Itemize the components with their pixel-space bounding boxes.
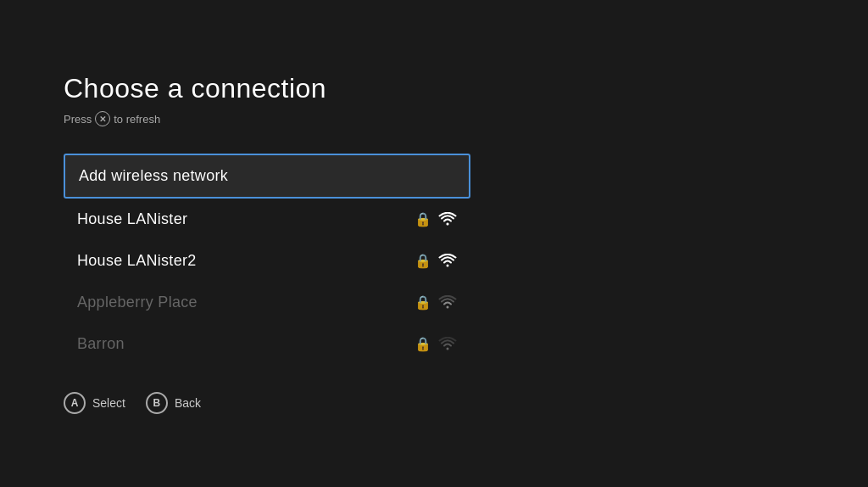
lock-icon-0: 🔒 [415, 211, 431, 227]
svg-point-0 [447, 222, 449, 225]
wifi-icon-0 [438, 212, 457, 227]
back-label: Back [175, 396, 201, 410]
network-name-0: House LANister [77, 210, 187, 228]
wifi-icon-2 [438, 295, 457, 311]
network-item-2[interactable]: Appleberry Place 🔒 [64, 282, 470, 323]
lock-icon-1: 🔒 [415, 253, 431, 269]
refresh-hint: Press ✕ to refresh [64, 111, 804, 126]
network-item-add[interactable]: Add wireless network [64, 154, 470, 199]
wifi-icon-1 [438, 254, 457, 269]
refresh-hint-suffix: to refresh [114, 113, 160, 126]
network-item-0[interactable]: House LANister 🔒 [64, 199, 470, 240]
a-button-icon: A [64, 392, 86, 414]
refresh-hint-prefix: Press [64, 113, 92, 126]
b-button-icon: B [146, 392, 168, 414]
network-icons-0: 🔒 [415, 211, 457, 227]
page-title: Choose a connection [64, 73, 804, 104]
lock-icon-3: 🔒 [415, 336, 431, 352]
network-name-1: House LANister2 [77, 252, 197, 270]
back-control[interactable]: B Back [146, 392, 201, 414]
main-container: Choose a connection Press ✕ to refresh A… [0, 22, 868, 465]
select-control[interactable]: A Select [64, 392, 125, 414]
svg-point-1 [447, 264, 449, 266]
network-icons-2: 🔒 [415, 294, 457, 311]
network-item-3[interactable]: Barron 🔒 [64, 323, 470, 365]
refresh-button-icon: ✕ [95, 111, 110, 126]
wifi-icon-3 [438, 337, 457, 352]
network-name-3: Barron [77, 335, 125, 353]
network-item-1[interactable]: House LANister2 🔒 [64, 240, 470, 282]
network-name-2: Appleberry Place [77, 294, 198, 311]
network-name-add: Add wireless network [79, 167, 228, 185]
network-icons-1: 🔒 [415, 253, 457, 269]
select-label: Select [92, 396, 125, 410]
network-list: Add wireless network House LANister 🔒 Ho… [64, 154, 470, 365]
svg-point-3 [447, 347, 449, 350]
svg-point-2 [447, 305, 449, 308]
bottom-controls: A Select B Back [64, 392, 804, 414]
network-icons-3: 🔒 [415, 336, 457, 352]
lock-icon-2: 🔒 [415, 294, 431, 311]
